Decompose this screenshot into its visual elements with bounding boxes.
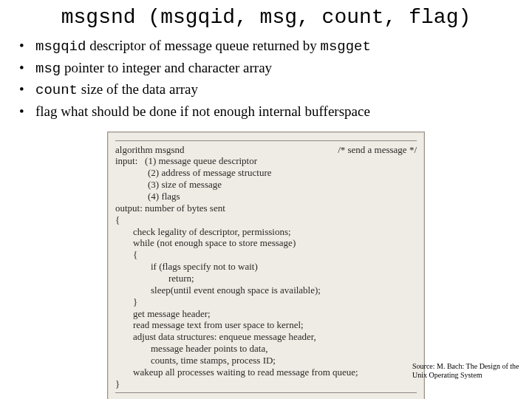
code: msg (35, 61, 61, 77)
bullet-list: • msgqid descriptor of message queue ret… (0, 36, 532, 121)
bullet-item: • count size of the data array (19, 80, 532, 100)
code-line: counts, time stamps, process ID; (115, 355, 417, 366)
input-item: (1) message queue descriptor (145, 155, 257, 166)
slide: msgsnd (msgqid, msg, count, flag) • msgq… (0, 0, 532, 399)
text: flag what should be done if not enough i… (35, 103, 370, 119)
source-citation: Source: M. Bach: The Design of the Unix … (412, 362, 523, 380)
bullet-dot: • (19, 80, 35, 99)
code-line: if (flags specify not to wait) (115, 261, 417, 273)
code: msgqid (35, 38, 86, 55)
input-item: (2) address of message structure (115, 167, 417, 179)
bullet-dot: • (19, 58, 35, 78)
algorithm-comment: /* send a message */ (338, 144, 417, 156)
brace: { (115, 214, 417, 226)
brace: } (115, 378, 417, 390)
text: descriptor of message queue returned by (86, 38, 320, 53)
algorithm-name: algorithm msgsnd (115, 144, 185, 156)
bullet-text: flag what should be done if not enough i… (35, 102, 370, 121)
code-line: check legality of descriptor, permission… (115, 226, 417, 238)
bullet-text: count size of the data array (35, 80, 198, 100)
text: size of the data array (78, 81, 198, 97)
code: count (35, 82, 78, 98)
input-item: (3) size of message (115, 179, 417, 191)
output-line: output: number of bytes sent (115, 202, 417, 214)
code-line: adjust data structures: enqueue message … (115, 331, 417, 343)
bullet-text: msgqid descriptor of message queue retur… (35, 36, 371, 57)
input-label: input: (115, 155, 137, 166)
code-line: read message text from user space to ker… (115, 319, 417, 331)
bullet-item: • flag what should be done if not enough… (19, 102, 532, 121)
code: msgget (321, 38, 371, 55)
code-line: message header points to data, (115, 343, 417, 355)
algorithm-figure: algorithm msgsnd /* send a message */ in… (107, 132, 425, 399)
bullet-dot: • (19, 102, 35, 121)
bullet-item: • msgqid descriptor of message queue ret… (19, 36, 532, 57)
code-line: wakeup all processes waiting to read mes… (115, 366, 417, 378)
input-item: (4) flags (115, 191, 417, 202)
code-line: return; (115, 273, 417, 284)
code-line: sleep(until event enough space is availa… (115, 284, 417, 296)
bullet-text: msg pointer to integer and character arr… (35, 58, 272, 79)
bullet-item: • msg pointer to integer and character a… (19, 58, 532, 79)
figure-container: algorithm msgsnd /* send a message */ in… (0, 132, 532, 399)
brace: { (115, 249, 417, 261)
bullet-dot: • (19, 36, 35, 55)
code-line: get message header; (115, 308, 417, 320)
text: pointer to integer and character array (61, 60, 272, 75)
brace: } (115, 296, 417, 308)
slide-title: msgsnd (msgqid, msg, count, flag) (0, 0, 532, 36)
code-line: while (not enough space to store message… (115, 237, 417, 249)
